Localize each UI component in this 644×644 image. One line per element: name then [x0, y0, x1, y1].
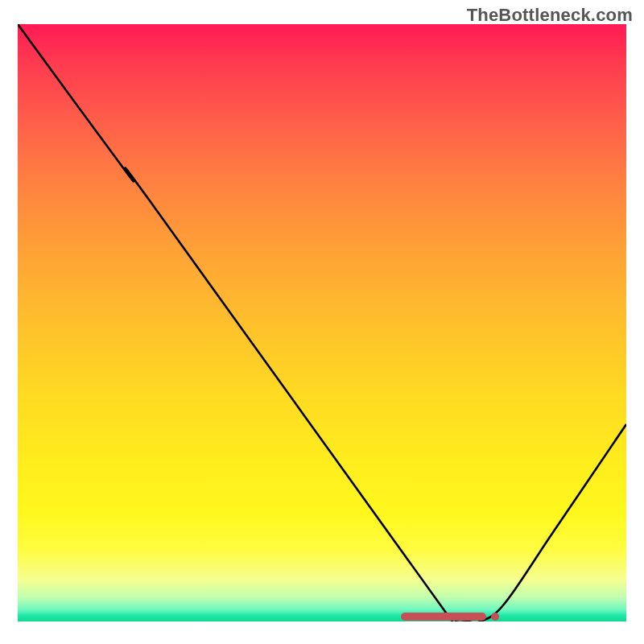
optimal-range-marker: [401, 613, 486, 621]
chart-curve-svg: [18, 24, 626, 621]
watermark-text: TheBottleneck.com: [467, 5, 633, 26]
chart-plot-area: [18, 24, 626, 621]
bottleneck-curve-line: [18, 24, 626, 621]
